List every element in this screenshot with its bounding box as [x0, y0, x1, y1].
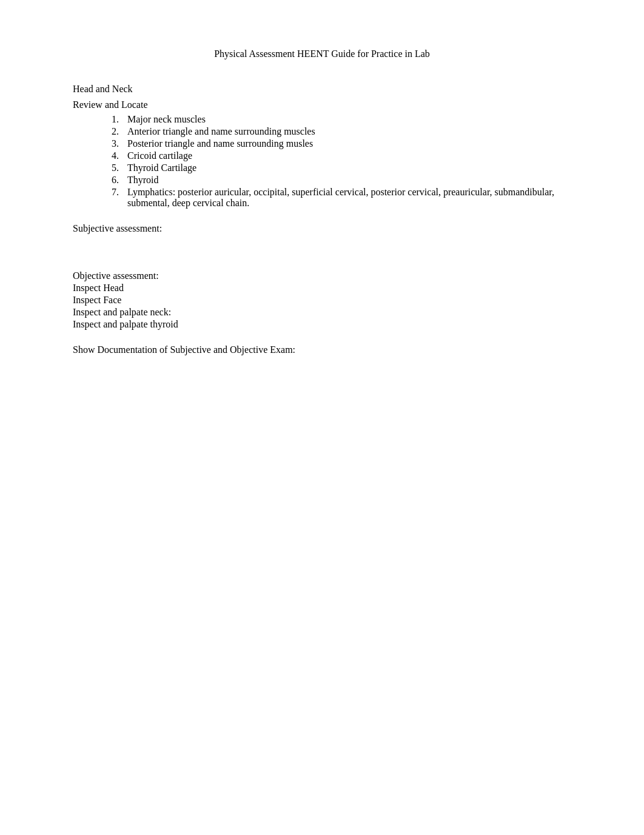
- list-item: Posterior triangle and name surrounding …: [121, 138, 571, 149]
- objective-label: Objective assessment:: [73, 270, 571, 281]
- show-documentation-label: Show Documentation of Subjective and Obj…: [73, 344, 295, 355]
- review-locate-list: Major neck muscles Anterior triangle and…: [121, 114, 571, 209]
- title-text: Physical Assessment HEENT Guide for Prac…: [214, 49, 430, 59]
- page-title: Physical Assessment HEENT Guide for Prac…: [73, 49, 571, 59]
- page: Physical Assessment HEENT Guide for Prac…: [0, 0, 644, 835]
- subjective-label: Subjective assessment:: [73, 223, 162, 233]
- list-item: Major neck muscles: [121, 114, 571, 125]
- review-locate-heading: Review and Locate: [73, 99, 571, 110]
- list-item-lymphatics: Lymphatics: posterior auricular, occipit…: [121, 187, 571, 209]
- head-and-neck-heading: Head and Neck: [73, 84, 571, 95]
- inspect-palpate-thyroid: Inspect and palpate thyroid: [73, 319, 571, 330]
- inspect-face: Inspect Face: [73, 295, 571, 306]
- show-documentation-section: Show Documentation of Subjective and Obj…: [73, 344, 571, 355]
- list-item: Thyroid: [121, 175, 571, 186]
- list-item: Anterior triangle and name surrounding m…: [121, 126, 571, 137]
- objective-section: Objective assessment: Inspect Head Inspe…: [73, 270, 571, 330]
- list-item: Thyroid Cartilage: [121, 163, 571, 173]
- list-item: Cricoid cartilage: [121, 150, 571, 161]
- subjective-section: Subjective assessment:: [73, 223, 571, 234]
- inspect-head: Inspect Head: [73, 283, 571, 293]
- inspect-palpate-neck: Inspect and palpate neck:: [73, 307, 571, 318]
